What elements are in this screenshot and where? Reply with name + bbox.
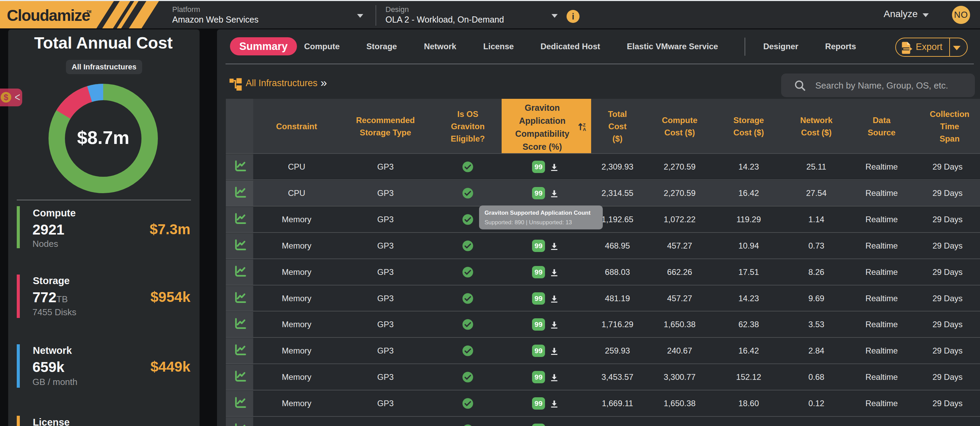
svg-text:A: A [583, 127, 586, 132]
